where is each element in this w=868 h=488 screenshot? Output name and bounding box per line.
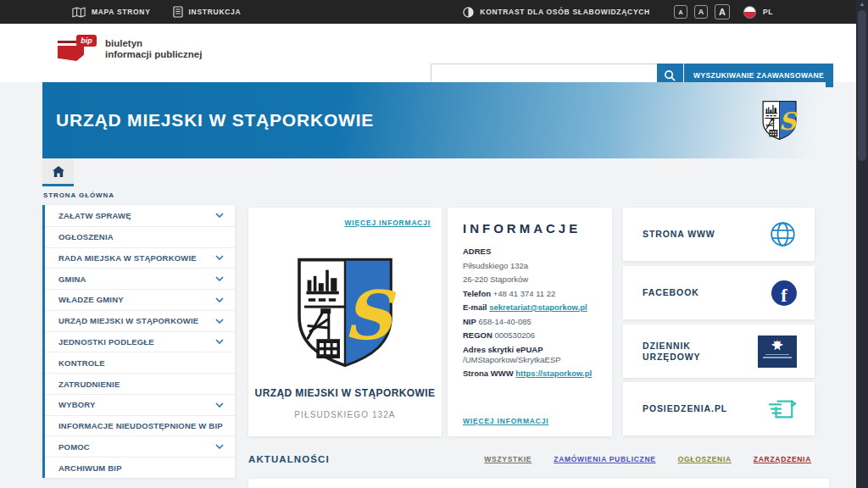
home-icon xyxy=(52,165,65,178)
globe-icon xyxy=(769,220,797,248)
news-filter-zarzadzenia[interactable]: ZARZĄDZENIA xyxy=(754,455,811,463)
sidebar-item-jednostki-podlegle[interactable]: JEDNOSTKI PODLEGŁE xyxy=(45,331,235,352)
phone-label: Telefon xyxy=(463,289,491,298)
sidebar-item-wladze-gminy[interactable]: WŁADZE GMINY xyxy=(45,289,235,310)
svg-text:S: S xyxy=(343,276,396,355)
chevron-down-icon xyxy=(215,402,224,408)
epuap-label: Adres skrytki ePUAP xyxy=(463,345,543,354)
chevron-down-icon xyxy=(215,339,224,344)
www-label: Strona WWW xyxy=(463,369,514,378)
info-card-title: INFORMACJE xyxy=(463,221,597,236)
email-label: E-mail xyxy=(463,302,487,312)
bip-logo-text: biuletyn informacji publicznej xyxy=(105,35,202,64)
office-more-info-link[interactable]: WIĘCEJ INFORMACJI xyxy=(345,219,431,227)
sidebar-item-wybory[interactable]: WYBORY xyxy=(45,394,235,415)
contrast-toggle[interactable]: KONTRAST DLA OSÓB SŁABOWIDZĄCYCH xyxy=(463,7,650,18)
map-icon xyxy=(72,7,86,18)
sidebar-item-kontrole[interactable]: KONTROLE xyxy=(45,352,235,373)
contrast-label: KONTRAST DLA OSÓB SŁABOWIDZĄCYCH xyxy=(480,8,650,16)
instruction-label: INSTRUKCJA xyxy=(189,8,242,16)
dziennik-urzedowy-logo xyxy=(758,336,797,368)
info-card: INFORMACJE ADRES Piłsudskiego 132a 26-22… xyxy=(448,208,612,436)
svg-text:S: S xyxy=(779,107,798,136)
scrollbar-up-arrow[interactable]: ▲ xyxy=(856,1,868,7)
language-switcher[interactable]: PL xyxy=(763,8,773,16)
info-more-info-link[interactable]: WIĘCEJ INFORMACJI xyxy=(463,417,548,425)
phone-value: +48 41 374 11 22 xyxy=(493,289,556,298)
nip-value: 658-14-40-085 xyxy=(478,317,531,326)
chevron-down-icon xyxy=(215,444,224,449)
sidebar-item-informacje-nieudostepnione[interactable]: INFORMACJE NIEUDOSTĘPNIONE W BIP xyxy=(45,415,235,436)
office-address: PIŁSUDSKIEGO 132A xyxy=(248,410,442,419)
sitemap-label: MAPA STRONY xyxy=(92,8,151,16)
scrollbar-thumb[interactable] xyxy=(858,10,866,161)
document-icon xyxy=(173,6,183,18)
chevron-down-icon xyxy=(215,213,224,218)
sidebar-item-pomoc[interactable]: POMOC xyxy=(45,435,235,457)
sidebar-item-urzad-miejski[interactable]: URZĄD MIEJSKI W STĄPORKOWIE xyxy=(45,310,235,331)
font-size-large-button[interactable]: A xyxy=(715,4,730,19)
sidebar-item-gmina[interactable]: GMINA xyxy=(45,268,235,289)
sidebar-item-zatrudnienie[interactable]: ZATRUDNIENIE xyxy=(45,373,235,394)
sitemap-link[interactable]: MAPA STRONY xyxy=(72,7,151,18)
address-line1: Piłsudskiego 132a xyxy=(463,261,597,270)
quick-link-facebook[interactable]: FACEBOOK f xyxy=(623,266,815,319)
quick-link-strona-www[interactable]: STRONA WWW xyxy=(623,208,815,261)
sidebar-menu: ZAŁATW SPRAWĘ OGŁOSZENIA RADA MIEJSKA W … xyxy=(42,205,235,478)
chevron-down-icon xyxy=(215,276,224,281)
font-size-small-button[interactable]: A xyxy=(674,5,687,19)
page-banner: URZĄD MIEJSKI W STĄPORKOWIE S xyxy=(42,82,826,158)
address-label: ADRES xyxy=(463,247,491,256)
address-line2: 26-220 Stąporków xyxy=(463,274,597,284)
chevron-down-icon xyxy=(215,255,224,260)
regon-label: REGON xyxy=(463,330,492,340)
news-filter-wszystkie[interactable]: WSZYSTKIE xyxy=(484,455,531,463)
contrast-icon xyxy=(463,7,474,18)
page-title: URZĄD MIEJSKI W STĄPORKOWIE xyxy=(56,110,374,130)
poland-flag-icon[interactable] xyxy=(743,6,756,19)
news-filter-zamowienia-publiczne[interactable]: ZAMÓWIENIA PUBLICZNE xyxy=(554,455,655,463)
sidebar-item-rada-miejska[interactable]: RADA MIEJSKA W STĄPORKOWIE xyxy=(45,247,235,269)
office-name: URZĄD MIEJSKI W STĄPORKOWIE xyxy=(248,387,442,399)
epuap-value: /UMStaporkow/SkrytkaESP xyxy=(463,355,597,364)
news-header: AKTUALNOŚCI WSZYSTKIE ZAMÓWIENIA PUBLICZ… xyxy=(248,454,811,464)
sidebar-item-archiwum-bip[interactable]: ARCHIWUM BIP xyxy=(45,457,235,478)
news-title: AKTUALNOŚCI xyxy=(248,454,330,464)
top-utility-bar: MAPA STRONY INSTRUKCJA KONTRAST DLA OSÓB… xyxy=(0,0,868,24)
sidebar-item-zalatw-sprawe[interactable]: ZAŁATW SPRAWĘ xyxy=(45,205,235,226)
quick-link-dziennik-urzedowy[interactable]: DZIENNIK URZĘDOWY xyxy=(623,324,815,378)
breadcrumb: STRONA GŁÓWNA xyxy=(43,191,114,199)
facebook-icon: f xyxy=(771,280,797,306)
quick-link-posiedzenia[interactable]: POSIEDZENIA.PL xyxy=(623,382,815,435)
bip-badge: bip xyxy=(76,35,97,47)
bip-logo-icon: bip xyxy=(58,35,98,64)
www-link[interactable]: https://staporkow.pl xyxy=(515,369,592,378)
bip-logo[interactable]: bip biuletyn informacji publicznej xyxy=(58,35,202,64)
email-link[interactable]: sekretariat@staporkow.pl xyxy=(489,302,587,312)
chevron-down-icon xyxy=(215,297,224,302)
chevron-down-icon xyxy=(215,319,224,324)
office-card: WIĘCEJ INFORMACJI S URZĄD MIEJSKI xyxy=(248,208,442,436)
home-tab[interactable] xyxy=(42,158,74,186)
page-scrollbar[interactable]: ▲ xyxy=(856,0,868,488)
meetings-document-icon xyxy=(768,396,797,422)
news-filter-ogloszenia[interactable]: OGŁOSZENIA xyxy=(678,455,732,463)
site-header: bip biuletyn informacji publicznej WYSZU… xyxy=(0,24,868,82)
regon-value: 000530206 xyxy=(494,330,535,340)
search-icon xyxy=(664,69,676,82)
nip-label: NIP xyxy=(463,317,476,326)
sidebar-item-ogloszenia[interactable]: OGŁOSZENIA xyxy=(45,226,235,247)
news-filters: WSZYSTKIE ZAMÓWIENIA PUBLICZNE OGŁOSZENI… xyxy=(484,455,811,463)
city-coat-of-arms-image: S xyxy=(294,255,396,370)
news-list-card xyxy=(248,479,829,488)
instruction-link[interactable]: INSTRUKCJA xyxy=(173,6,242,18)
city-coat-of-arms-icon: S xyxy=(761,96,798,145)
font-size-medium-button[interactable]: A xyxy=(694,5,708,19)
